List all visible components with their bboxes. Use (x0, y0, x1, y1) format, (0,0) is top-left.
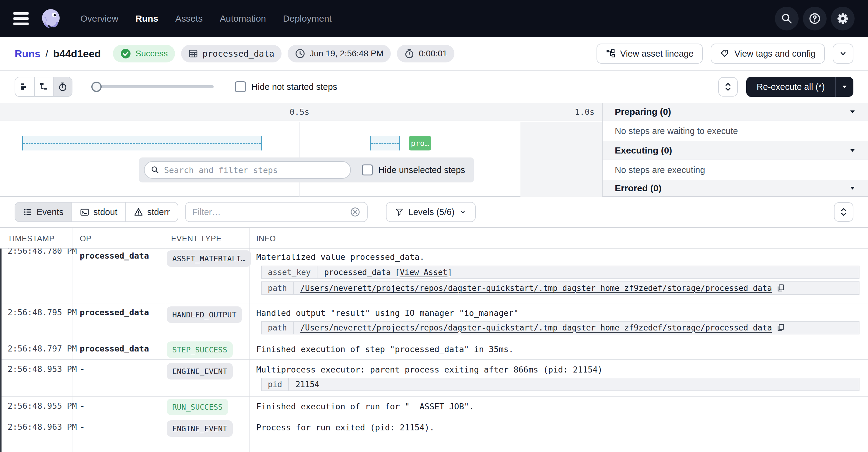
copy-icon[interactable] (776, 323, 785, 332)
event-op: processed_data (80, 344, 149, 353)
run-id: b44d1eed (53, 48, 101, 60)
hide-not-started-checkbox-group[interactable]: Hide not started steps (235, 81, 337, 92)
col-event-type: EVENT TYPE (171, 234, 222, 243)
event-type-badge: ENGINE_EVENT (167, 363, 233, 379)
header-more-button[interactable] (833, 44, 854, 64)
caret-down-icon[interactable] (849, 147, 856, 154)
event-row: 2:56:48.795 PM processed_data HANDLED_OU… (0, 303, 868, 339)
header-actions: View asset lineage View tags and config (596, 44, 854, 64)
executing-section-body: No steps are executing (602, 160, 868, 180)
slider-track[interactable] (92, 85, 214, 88)
executing-section-header[interactable]: Executing (0) (602, 141, 868, 160)
settings-button[interactable] (831, 7, 855, 30)
event-op: processed_data (80, 251, 149, 260)
view-tags-config-button[interactable]: View tags and config (711, 44, 825, 64)
table-header: TIMESTAMP OP EVENT TYPE INFO (0, 227, 868, 249)
hide-unselected-checkbox[interactable] (362, 165, 373, 175)
event-type-badge: ENGINE_EVENT (167, 420, 233, 437)
reexecute-all-button[interactable]: Re-execute all (*) (746, 77, 835, 97)
event-timestamp: 2:56:48.780 PM (8, 249, 77, 256)
timer-icon (404, 49, 414, 59)
waterfall-view-button[interactable] (34, 77, 53, 96)
caret-down-icon (841, 83, 848, 90)
event-timestamp: 2:56:48.955 PM (8, 401, 77, 411)
tab-stdout[interactable]: stdout (71, 202, 125, 221)
caret-down-icon[interactable] (849, 185, 856, 192)
log-expand-button[interactable] (834, 202, 854, 222)
col-op: OP (80, 234, 92, 243)
event-op: - (80, 364, 85, 374)
event-info: Multiprocess executor: parent process ex… (256, 365, 602, 374)
chevron-down-icon (838, 49, 847, 58)
step-waiting-bar-long[interactable] (22, 136, 262, 150)
errored-title: Errored (0) (615, 183, 661, 193)
step-search-box[interactable] (144, 161, 351, 179)
errored-section-header[interactable]: Errored (0) (602, 180, 868, 196)
executing-title: Executing (0) (615, 145, 672, 156)
preparing-section-header[interactable]: Preparing (0) (602, 103, 868, 121)
event-info: Handled output "result" using IO manager… (256, 308, 519, 318)
levels-label: Levels (5/6) (408, 207, 455, 217)
nav-item-automation[interactable]: Automation (220, 13, 266, 24)
dagster-run-page: Overview Runs Assets Automation Deployme… (0, 0, 868, 452)
step-success-bar[interactable]: pro… (409, 136, 431, 150)
asset-badge[interactable]: processed_data (181, 45, 281, 62)
gantt-toolbar: Hide not started steps Re-execute all (*… (0, 70, 868, 103)
caret-down-icon[interactable] (849, 108, 856, 115)
event-op: processed_data (80, 308, 149, 317)
waterfall-gantt-icon (39, 82, 49, 92)
timed-view-button[interactable] (53, 77, 72, 96)
hide-not-started-checkbox[interactable] (235, 81, 246, 92)
hide-not-started-label: Hide not started steps (251, 82, 337, 92)
dagster-logo[interactable] (41, 8, 61, 29)
metadata-value: /Users/neverett/projects/repos/dagster-q… (294, 322, 792, 334)
gantt-section: 0.5s 1.0s pro… (0, 103, 868, 197)
event-timestamp: 2:56:48.953 PM (8, 364, 77, 374)
breadcrumb-runs-link[interactable]: Runs (14, 48, 40, 60)
preparing-empty-text: No steps are waiting to execute (615, 126, 738, 136)
log-filter-box[interactable] (185, 202, 368, 222)
zoom-slider[interactable] (92, 82, 214, 92)
nav-item-overview[interactable]: Overview (80, 13, 118, 24)
metadata-key: pid (262, 378, 289, 391)
path-link[interactable]: /Users/neverett/projects/repos/dagster-q… (300, 323, 772, 332)
lineage-icon (606, 49, 615, 58)
hide-unselected-label: Hide unselected steps (378, 165, 465, 175)
tab-stderr[interactable]: stderr (125, 202, 178, 221)
nav-item-deployment[interactable]: Deployment (283, 13, 332, 24)
flat-view-button[interactable] (15, 77, 34, 96)
event-row: 2:56:48.953 PM - ENGINE_EVENT Multiproce… (0, 360, 868, 397)
copy-icon[interactable] (776, 284, 785, 293)
view-asset-lineage-button[interactable]: View asset lineage (596, 44, 703, 64)
gantt-expand-button[interactable] (718, 77, 738, 96)
tab-events[interactable]: Events (15, 202, 71, 221)
step-waiting-bar-short[interactable] (370, 136, 400, 150)
view-asset-link[interactable]: View Asset (400, 268, 448, 277)
help-button[interactable] (803, 7, 827, 30)
event-type-badge: RUN_SUCCESS (167, 399, 228, 415)
left-scrollbar[interactable] (0, 249, 2, 452)
slider-thumb[interactable] (91, 82, 102, 92)
metadata-key: path (262, 282, 294, 294)
table-grid-icon (188, 49, 198, 58)
axis-tick-05s: 0.5s (289, 107, 309, 117)
clear-filter-icon[interactable] (350, 207, 360, 217)
event-type-badge: HANDLED_OUTPUT (167, 306, 242, 323)
levels-dropdown-button[interactable]: Levels (5/6) (386, 202, 476, 222)
event-info: Finished execution of step "processed_da… (256, 344, 514, 354)
hamburger-menu-icon[interactable] (13, 12, 29, 25)
hide-unselected-checkbox-group[interactable]: Hide unselected steps (362, 165, 465, 175)
search-button[interactable] (775, 7, 799, 30)
nav-menu: Overview Runs Assets Automation Deployme… (80, 13, 332, 24)
event-timestamp: 2:56:48.795 PM (8, 308, 77, 317)
step-search-input[interactable] (164, 165, 344, 175)
bracket: ] (447, 268, 452, 277)
path-link[interactable]: /Users/neverett/projects/repos/dagster-q… (300, 284, 772, 293)
nav-item-runs[interactable]: Runs (135, 13, 158, 24)
axis-tick-10s: 1.0s (575, 107, 594, 117)
reexecute-dropdown-button[interactable] (835, 77, 854, 97)
metadata-row-path: path /Users/neverett/projects/repos/dags… (261, 321, 860, 334)
log-filter-input[interactable] (192, 207, 350, 217)
status-label: Success (135, 49, 168, 58)
nav-item-assets[interactable]: Assets (175, 13, 203, 24)
